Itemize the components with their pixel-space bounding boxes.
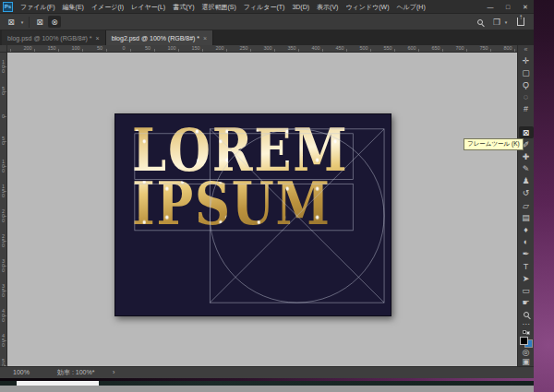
menu-item-5[interactable]: 選択範囲(S)	[198, 3, 239, 12]
workspace-caret-icon[interactable]: ▾	[503, 16, 509, 28]
v-ruler-label: 3 0 0	[0, 259, 6, 273]
mini-background	[526, 331, 530, 335]
canvas-area[interactable]: LOREMIPSUM	[7, 53, 517, 366]
brush-tool[interactable]: ✎	[519, 163, 534, 175]
menu-item-10[interactable]: ヘルプ(H)	[393, 3, 429, 12]
menu-item-9[interactable]: ウィンドウ(W)	[342, 3, 392, 12]
blur-tool[interactable]: ♦	[519, 223, 534, 235]
default-colors-icon[interactable]	[523, 330, 530, 335]
quick-mask-icon[interactable]: ◎	[519, 348, 534, 357]
document-canvas[interactable]: LOREMIPSUM	[114, 113, 391, 316]
tab-close-icon[interactable]: ×	[203, 35, 207, 42]
pen-tool[interactable]: ✒	[519, 248, 534, 260]
zoom-tool[interactable]	[519, 309, 534, 321]
foreground-color-swatch[interactable]	[520, 337, 528, 345]
horizontal-ruler[interactable]: 2001501005005010015020025030035040045050…	[7, 45, 517, 53]
gradient-tool[interactable]: ▤	[519, 211, 534, 223]
hand-tool[interactable]: ☛	[519, 297, 534, 309]
active-tool-icon[interactable]: ⊠	[5, 16, 18, 28]
h-ruler-label: 150	[191, 45, 199, 51]
tab-close-icon[interactable]: ×	[96, 35, 100, 42]
h-ruler-label: 750	[479, 45, 488, 51]
close-button[interactable]: ✕	[521, 0, 530, 14]
v-ruler-label: 3 5 0	[0, 284, 6, 298]
h-ruler-label: 400	[311, 45, 319, 51]
share-glyph	[517, 18, 524, 26]
menu-item-4[interactable]: 書式(Y)	[169, 3, 198, 12]
v-ruler-label: 2 0 0	[0, 209, 6, 223]
crop-tool[interactable]: #	[519, 103, 534, 115]
menu-item-3[interactable]: レイヤー(L)	[127, 3, 169, 12]
menu-item-6[interactable]: フィルター(T)	[240, 3, 289, 12]
h-ruler-label: 200	[23, 45, 31, 51]
share-icon[interactable]	[515, 16, 526, 28]
tools-panel: « ✛▢Ϙ◌#⊠✐✚✎♟↺▱▤♦◐✒T➤▭☛ ⋯ ◎ ▣	[517, 45, 534, 366]
h-ruler-label: 700	[455, 45, 464, 51]
golden-ratio-guides	[115, 114, 391, 315]
h-ruler-label: 350	[287, 45, 295, 51]
magnifier-glyph	[477, 19, 483, 25]
desktop: Ps ファイル(F)編集(E)イメージ(I)レイヤー(L)書式(Y)選択範囲(S…	[0, 0, 554, 392]
h-ruler-label: 550	[383, 45, 391, 51]
clone-stamp-tool[interactable]: ♟	[519, 175, 534, 187]
frame-tool[interactable]: ⊠	[519, 126, 534, 138]
vertical-ruler[interactable]: 1 0 05 005 01 0 01 5 02 0 02 5 03 0 03 5…	[0, 53, 7, 366]
h-ruler-label: 650	[431, 45, 440, 51]
menu-bar: Ps ファイル(F)編集(E)イメージ(I)レイヤー(L)書式(Y)選択範囲(S…	[0, 0, 534, 14]
move-tool[interactable]: ✛	[519, 54, 534, 66]
h-ruler-label: 600	[407, 45, 416, 51]
edit-toolbar-icon[interactable]: ⋯	[519, 321, 534, 328]
h-ruler-label: 450	[335, 45, 343, 51]
menu-item-7[interactable]: 3D(D)	[288, 4, 313, 10]
zoom-level-field[interactable]: 100%	[13, 367, 30, 378]
search-icon[interactable]	[475, 16, 486, 28]
menu-item-1[interactable]: 編集(E)	[59, 3, 88, 12]
magnifier-glyph	[524, 312, 529, 317]
menu-item-8[interactable]: 表示(V)	[313, 3, 342, 12]
menu-item-2[interactable]: イメージ(I)	[88, 3, 127, 12]
healing-brush-tool[interactable]: ✚	[519, 150, 534, 162]
path-selection-tool[interactable]: ➤	[519, 272, 534, 284]
tool-list: ✛▢Ϙ◌#⊠✐✚✎♟↺▱▤♦◐✒T➤▭☛	[519, 54, 534, 321]
tab-label: blog2.psd @ 100% (RGB/8#) *	[112, 35, 199, 42]
h-ruler-label: 100	[167, 45, 175, 51]
h-ruler-label: 50	[145, 45, 151, 51]
type-tool[interactable]: T	[519, 260, 534, 272]
object-selection-tool[interactable]: ◌	[519, 91, 534, 103]
document-tab-1[interactable]: blog2.psd @ 100% (RGB/8#) *×	[106, 30, 214, 45]
history-brush-tool[interactable]: ↺	[519, 187, 534, 199]
tool-preset-caret-icon[interactable]: ▾	[18, 16, 26, 28]
document-tab-bar: blog.psd @ 100% (RGB/8#) *×blog2.psd @ 1…	[0, 30, 534, 45]
v-ruler-label: 4 0 0	[0, 309, 6, 323]
eraser-tool[interactable]: ▱	[519, 199, 534, 211]
menu-bar-items: ファイル(F)編集(E)イメージ(I)レイヤー(L)書式(Y)選択範囲(S)フィ…	[17, 0, 429, 14]
h-ruler-label: 0	[122, 45, 125, 51]
v-ruler-label: 4 5 0	[0, 334, 6, 348]
rectangle-tool[interactable]: ▭	[519, 284, 534, 296]
document-tab-0[interactable]: blog.psd @ 100% (RGB/8#) *×	[2, 30, 106, 45]
h-ruler-label: 300	[263, 45, 271, 51]
screen-mode-icon[interactable]: ▣	[519, 357, 534, 366]
workspace-switcher-icon[interactable]: ❐	[491, 16, 502, 28]
h-ruler-label: 800	[503, 45, 512, 51]
v-ruler-label: 5 0	[0, 137, 6, 146]
ruler-corner[interactable]	[0, 45, 7, 53]
lasso-tool[interactable]: Ϙ	[519, 78, 534, 90]
maximize-button[interactable]: □	[503, 0, 512, 14]
elliptical-frame-button[interactable]: ⊗	[48, 16, 61, 28]
rectangular-frame-button[interactable]: ⊠	[33, 16, 46, 28]
v-ruler-label: 1 0 0	[0, 60, 6, 74]
efficiency-indicator: 効率 : 100%*	[57, 367, 94, 378]
collapse-panel-icon[interactable]: «	[524, 45, 528, 54]
dodge-tool[interactable]: ◐	[519, 236, 534, 248]
minimize-button[interactable]: —	[486, 0, 495, 14]
h-ruler-label: 250	[239, 45, 247, 51]
status-options-chevron-icon[interactable]: ›	[113, 367, 114, 378]
status-bar: 100% 効率 : 100%* ›	[0, 366, 534, 378]
marquee-tool[interactable]: ▢	[519, 66, 534, 78]
v-ruler-label: 1 5 0	[0, 184, 6, 198]
photoshop-window: Ps ファイル(F)編集(E)イメージ(I)レイヤー(L)書式(Y)選択範囲(S…	[0, 0, 534, 378]
menu-item-0[interactable]: ファイル(F)	[17, 3, 59, 12]
h-ruler-label: 100	[71, 45, 79, 51]
h-ruler-label: 150	[47, 45, 55, 51]
